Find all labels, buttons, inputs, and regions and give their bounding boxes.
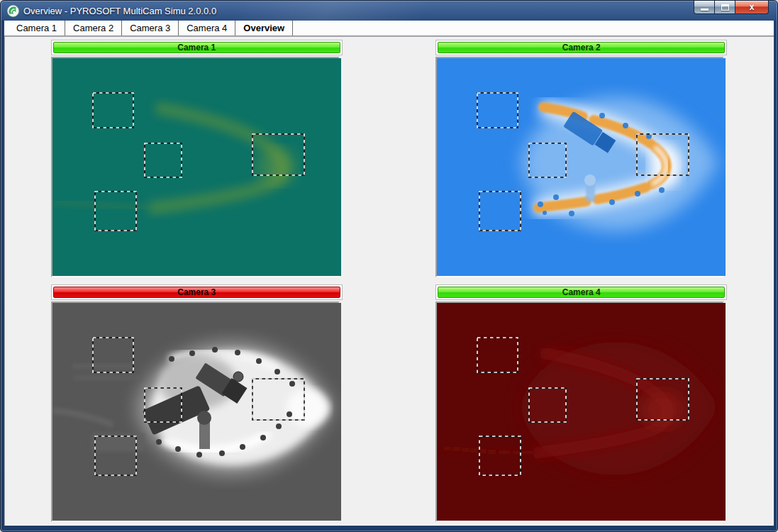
camera2-header-frame: Camera 2 [435, 40, 727, 55]
camera1-status-bar[interactable]: Camera 1 [53, 42, 340, 53]
grid-cell-4: Camera 4 [389, 281, 774, 526]
tab-camera-3[interactable]: Camera 3 [122, 21, 179, 35]
window-controls: x [694, 1, 769, 14]
camera3-header-frame: Camera 3 [51, 284, 343, 300]
camera3-image-frame [51, 301, 340, 522]
overview-page: Camera 1 [4, 36, 774, 526]
camera-panel-3: Camera 3 [51, 284, 343, 522]
camera-panel-1: Camera 1 [51, 40, 343, 277]
tab-camera-4[interactable]: Camera 4 [179, 21, 235, 35]
camera-tab-strip: Camera 1 Camera 2 Camera 3 Camera 4 Over… [4, 21, 774, 36]
maximize-button[interactable] [715, 1, 735, 14]
camera2-thermal-view[interactable] [437, 58, 726, 276]
camera4-image-frame [435, 301, 724, 522]
app-window: Overview - PYROSOFT MultiCam Simu 2.0.0.… [0, 0, 778, 532]
minimize-icon [701, 9, 708, 11]
camera1-image-frame [51, 57, 340, 277]
camera2-label: Camera 2 [562, 43, 601, 52]
camera-grid: Camera 1 [4, 36, 774, 526]
close-icon: x [750, 3, 755, 11]
pyrosoft-swirl-icon [7, 5, 19, 17]
camera2-image-frame [435, 57, 724, 277]
camera1-background [52, 58, 341, 276]
grid-cell-1: Camera 1 [4, 36, 389, 281]
grid-cell-3: Camera 3 [4, 281, 389, 526]
window-title: Overview - PYROSOFT MultiCam Simu 2.0.0.… [23, 6, 216, 16]
camera4-header-frame: Camera 4 [435, 284, 727, 300]
camera3-label: Camera 3 [177, 287, 216, 297]
close-button[interactable]: x [735, 1, 769, 14]
camera4-thermal-view[interactable] [437, 303, 726, 521]
tab-overview[interactable]: Overview [235, 21, 293, 35]
camera3-thermal-view[interactable] [52, 303, 341, 521]
title-bar: Overview - PYROSOFT MultiCam Simu 2.0.0.… [4, 1, 774, 21]
camera4-label: Camera 4 [562, 287, 601, 297]
tab-camera-2[interactable]: Camera 2 [65, 21, 122, 35]
camera2-status-bar[interactable]: Camera 2 [438, 42, 725, 53]
maximize-icon [721, 4, 729, 11]
tab-camera-1[interactable]: Camera 1 [9, 21, 65, 35]
camera-panel-4: Camera 4 [435, 284, 727, 522]
camera1-header-frame: Camera 1 [51, 40, 343, 55]
minimize-button[interactable] [694, 1, 715, 14]
grid-cell-2: Camera 2 [389, 36, 774, 281]
camera1-label: Camera 1 [177, 43, 216, 52]
camera-panel-2: Camera 2 [435, 40, 727, 277]
camera4-status-bar[interactable]: Camera 4 [438, 287, 725, 298]
camera3-status-bar[interactable]: Camera 3 [53, 287, 340, 298]
camera1-thermal-view[interactable] [52, 58, 341, 276]
